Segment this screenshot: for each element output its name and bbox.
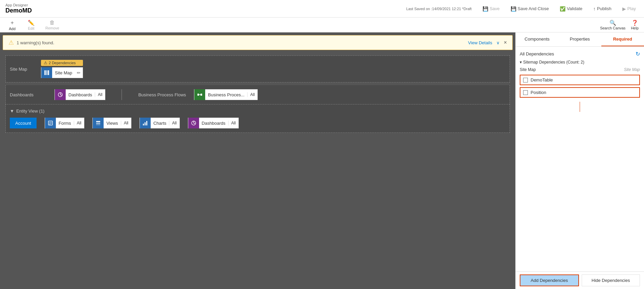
warning-text: 1 warning(s) found. [17,40,54,45]
view-details-link[interactable]: View Details [468,40,492,45]
dep-item-demotable[interactable]: DemoTable [520,75,640,85]
entity-view-header[interactable]: ▼ Entity View (1) [10,109,506,114]
dep-checkbox-position[interactable] [523,90,528,95]
charts-all-button[interactable]: All [169,121,179,125]
views-icon [95,120,101,126]
panel-tabs: Components Properties Required [516,32,644,47]
play-icon: ▶ [622,6,626,11]
warning-icon: ⚠ [8,39,14,46]
sitemap-collapse-icon[interactable]: ▾ [520,60,522,65]
edit-label: Edit [28,26,35,30]
entity-view-label: Entity View (1) [16,109,45,114]
warning-badge-icon: ⚠ [44,61,47,65]
flow-icon [197,92,202,97]
sitemap-section-label: Site Map [10,67,37,72]
save-button[interactable]: 💾 Save [480,5,502,13]
save-close-icon: 💾 [511,6,516,11]
views-all-button[interactable]: All [121,121,131,125]
entity-dashboards-all-button[interactable]: All [228,121,238,125]
forms-tile[interactable]: Forms All [45,118,84,128]
dep-item-demotable-label: DemoTable [531,77,553,82]
dep-item-position-label: Position [531,90,546,95]
sitemap-section: Site Map ⚠ 2 Dependencies Site Map ✏ [5,55,510,82]
last-saved-label: Last Saved on :14/09/2021 12:21 *Draft [406,7,472,11]
cursor-indicator [580,102,580,112]
help-button[interactable]: ❓ Help [631,20,639,30]
svg-rect-5 [200,94,202,96]
account-button[interactable]: Account [10,118,37,128]
warning-message: ⚠ 1 warning(s) found. [8,39,54,46]
dep-item-position[interactable]: Position [520,87,640,98]
close-warning-button[interactable]: × [504,40,507,46]
save-label: Save [490,6,500,11]
right-panel: Components Properties Required All Depen… [515,32,644,289]
hide-dependencies-button[interactable]: Hide Dependencies [582,274,640,286]
search-canvas-button[interactable]: 🔍 Search Canvas [600,20,625,30]
top-bar: App Designer DemoMD Last Saved on :14/09… [0,0,644,18]
entity-dashboards-tile[interactable]: Dashboards All [188,118,239,128]
views-tile-label: Views [104,121,121,126]
publish-button[interactable]: ↑ Publish [591,5,614,13]
app-name: DemoMD [5,7,32,14]
toolbar: ＋ Add ✏️ Edit 🗑 Remove 🔍 Search Canvas ❓… [0,18,644,32]
svg-rect-15 [145,122,146,125]
dashboards-all-button[interactable]: All [95,92,105,97]
svg-rect-0 [44,70,46,75]
dep-checkbox-demotable[interactable] [523,78,528,82]
forms-all-button[interactable]: All [74,121,84,125]
toolbar-right: 🔍 Search Canvas ❓ Help [600,20,639,30]
sitemap-name-label: Site Map [520,67,536,72]
dependencies-count-label: 2 Dependencies [49,61,76,65]
charts-tile-icon [140,118,151,128]
sitemap-deps-title: ▾ Sitemap Dependencies (Count: 2) [520,60,640,65]
tab-properties-label: Properties [570,37,590,42]
svg-rect-16 [146,121,147,125]
validate-button[interactable]: ✅ Validate [557,5,585,13]
edit-icon: ✏️ [28,20,35,26]
tab-required-label: Required [613,37,632,42]
svg-rect-4 [197,94,199,96]
app-title-section: App Designer DemoMD [5,3,32,14]
tab-components[interactable]: Components [516,32,558,46]
entity-row: Account Forms All Views All [10,118,506,128]
publish-icon: ↑ [593,6,596,11]
forms-tile-icon [45,118,56,128]
entity-dashboards-tile-icon [188,118,199,128]
entity-dashboard-icon [191,120,196,126]
all-dependencies-label: All Dependencies [520,51,554,56]
sitemap-tile-icon [41,67,52,78]
dependencies-badge: ⚠ 2 Dependencies [41,60,83,66]
remove-label: Remove [45,26,59,30]
all-dependencies-section: All Dependencies ↻ [520,51,640,57]
views-tile[interactable]: Views All [92,118,131,128]
main-layout: ⚠ 1 warning(s) found. View Details ∨ × S… [0,32,644,289]
tab-components-label: Components [524,37,550,42]
sitemap-tile[interactable]: Site Map ✏ [41,67,83,78]
bpf-tile[interactable]: Business Proces... All [194,89,258,100]
dashboards-tile[interactable]: Dashboards All [55,89,105,100]
bpf-section-label: Business Process Flows [138,92,186,97]
bpf-group: Business Process Flows Business Proces..… [138,89,258,100]
entity-view-section: ▼ Entity View (1) Account Forms All [5,104,510,133]
tab-required[interactable]: Required [601,32,644,46]
sitemap-right-label: Site Map Site Map [520,67,640,72]
validate-icon: ✅ [560,6,565,11]
charts-tile[interactable]: Charts All [139,118,180,128]
add-dependencies-button[interactable]: Add Dependencies [520,274,579,286]
app-designer-label: App Designer [5,3,32,7]
bpf-all-button[interactable]: All [247,92,257,97]
canvas-area: ⚠ 1 warning(s) found. View Details ∨ × S… [0,32,515,289]
refresh-icon[interactable]: ↻ [636,51,640,57]
svg-rect-1 [46,70,47,75]
svg-rect-11 [96,121,100,122]
charts-icon [143,120,148,126]
tab-properties[interactable]: Properties [558,32,601,46]
remove-icon: 🗑 [49,20,55,26]
entity-dashboards-tile-label: Dashboards [199,121,228,126]
sitemap-edit-icon[interactable]: ✏ [75,70,83,75]
add-button[interactable]: ＋ Add [5,19,19,31]
save-and-close-button[interactable]: 💾 Save And Close [508,5,552,13]
dashboards-tile-icon [55,89,66,100]
svg-rect-2 [48,70,49,75]
svg-rect-13 [96,124,100,125]
